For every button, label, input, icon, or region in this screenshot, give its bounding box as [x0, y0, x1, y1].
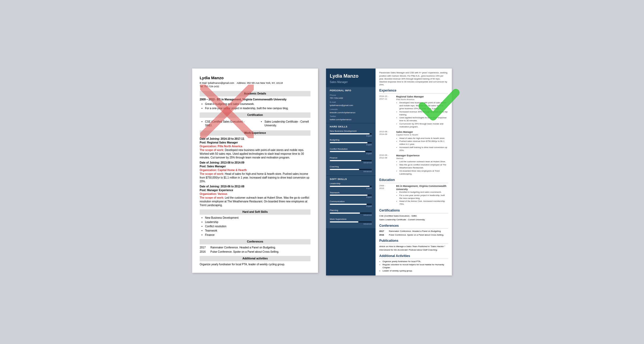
soft-skill-2: Teamwork Expert [330, 191, 372, 199]
soft-skill-1: Leadership Expert [330, 182, 372, 190]
hard-skills-section: Hard Skills New Business Development Exp… [326, 123, 376, 175]
additional-title: Additional Activities [379, 254, 448, 259]
edu-year: 2009 – 2013 - BS in Management, Virginia… [200, 98, 310, 101]
soft-skill-3: Communication Expert [330, 200, 372, 207]
right-main: Passionate Sales Manager and CSE with 4+… [376, 69, 452, 275]
additional-list: Organize yearly fundraiser for local PTA… [379, 260, 448, 272]
soft-skill-5: Work Supervision Advanced [330, 218, 372, 225]
left-name: Lydia Manzo [200, 75, 310, 81]
certifications-title: Certifications [379, 208, 448, 213]
pub-2: Interviewed for the Accelerate! Podcast … [379, 249, 448, 252]
exp-entry-1: 2014-10 - 2017-11 Regional Sales Manager… [379, 95, 448, 129]
right-conf-2: 2016 Pulse Conference. Spoke on a Panel … [379, 234, 448, 237]
resume-right: Lydia Manzo Sales Manager Personal Info … [326, 69, 452, 275]
experience-title: Experience [379, 88, 448, 93]
edu-dates-1: 2009 - 2013 [379, 184, 394, 190]
skills-section-bar: Hard and Soft Skills [200, 209, 310, 215]
work-section-bar: Work Experience [200, 130, 310, 136]
exp-entry-3: 2010-06 - 2012-08 Manager Experience Var… [379, 154, 448, 176]
hard-skill-2: Budgeting Expert [330, 139, 372, 146]
work-entry-2: Date of Joining: 2013-08 to 2014-09 Post… [200, 161, 310, 183]
right-sidebar: Lydia Manzo Sales Manager Personal Info … [326, 69, 376, 275]
education-entry: 2009 – 2013 - BS in Management, Virginia… [200, 98, 310, 110]
hard-skill-5: Coaching Advanced [330, 165, 372, 173]
left-contact-row1: E-Mail: lydiafmanzo@gmail.com Address: 3… [200, 81, 310, 85]
additional-text: Organize yearly fundraiser for local PTA… [200, 263, 310, 266]
resume-left: Lydia Manzo E-Mail: lydiafmanzo@gmail.co… [192, 69, 318, 273]
soft-skills-section: Soft Skills Leadership Expert Teamwork E… [326, 176, 376, 228]
hard-skill-1: New Business Development Expert [330, 130, 372, 137]
conferences-title: Conferences [379, 224, 448, 229]
skill-2: Leadership [205, 220, 310, 224]
edu-bullets: Great in budgeting and sales coursework.… [200, 102, 310, 110]
hard-skill-3: Conflict Resolution Expert [330, 148, 372, 155]
exp-dates-1: 2014-10 - 2017-11 [379, 95, 394, 101]
sidebar-header: Lydia Manzo Sales Manager [326, 69, 376, 87]
right-summary: Passionate Sales Manager and CSE with 4+… [379, 71, 448, 86]
cert-1: CSE (Certified Sales Executive) - SMEI. [205, 120, 251, 127]
sidebar-name: Lydia Manzo [330, 73, 372, 79]
publications-title: Publications [379, 239, 448, 244]
skills-list: New Business Development Leadership Conf… [200, 216, 310, 237]
left-email-row: E-Mail: lydiafmanzo@gmail.com Address: 3… [200, 81, 283, 85]
pub-1: Article on How to Manage a Sales Team Pu… [379, 245, 448, 248]
right-cert-1: CSE (Certified Sales Executive) - SMEI. [379, 215, 448, 218]
edu-entry-1: 2009 - 2013 BS in Management, Virginia C… [379, 184, 448, 206]
main-container: Lydia Manzo E-Mail: lydiafmanzo@gmail.co… [192, 69, 452, 275]
exp-dates-3: 2010-06 - 2012-08 [379, 154, 394, 160]
cert-row: CSE (Certified Sales Executive) - SMEI. … [200, 119, 310, 128]
left-header: Lydia Manzo E-Mail: lydiafmanzo@gmail.co… [200, 75, 310, 88]
skill-1: New Business Development [205, 216, 310, 220]
cert-section-bar: Certification [200, 112, 310, 118]
education-title: Education [379, 178, 448, 183]
personal-info-section: Personal Info Phone 757-729-1432 E-mail … [326, 87, 376, 123]
soft-skill-4: Planning Advanced [330, 209, 372, 216]
conf-section-bar: Conferences [200, 239, 310, 244]
edu-bullet-1: Great in budgeting and sales coursework. [205, 102, 310, 106]
conf-1: 2017 Rainmaker Conference. Headed a Pane… [200, 246, 310, 250]
edu-bullet-2: For a one-year senior project in leaders… [205, 107, 310, 110]
conf-2: 2016 Pulse Conference. Spoke on a Panel … [200, 250, 310, 254]
sidebar-title: Sales Manager [330, 80, 372, 84]
work-entry-3: Date of Joining: 2010-06 to 2012-08 Post… [200, 185, 310, 207]
work-entry-1: Date of Joining: 2014-10 to 2017-11 Post… [200, 137, 310, 160]
right-conf-1: 2017 Rainmaker Conference. Headed a Pane… [379, 230, 448, 233]
academic-section-bar: Academic Details [200, 91, 310, 96]
cert-2: Sales Leadership Certificate - Cornell U… [264, 120, 310, 127]
hard-skill-4: Finance Advanced [330, 157, 372, 164]
skill-5: Finance [205, 233, 310, 237]
cert-item-1: CSE (Certified Sales Executive) - SMEI. [200, 119, 251, 128]
cert-item-2: Sales Leadership Certificate - Cornell U… [259, 119, 310, 128]
left-tel-row: Tel: 757-729-1432 [200, 85, 310, 88]
additional-section-bar: Additional activities [200, 256, 310, 261]
skill-4: Teamwork [205, 229, 310, 233]
skill-3: Conflict resolution [205, 225, 310, 228]
right-cert-2: Sales Leadership Certificate - Cornell U… [379, 218, 448, 221]
exp-dates-2: 2013-08 - 2014-09 [379, 130, 394, 136]
exp-entry-2: 2013-08 - 2014-09 Sales Manager Capital … [379, 130, 448, 152]
